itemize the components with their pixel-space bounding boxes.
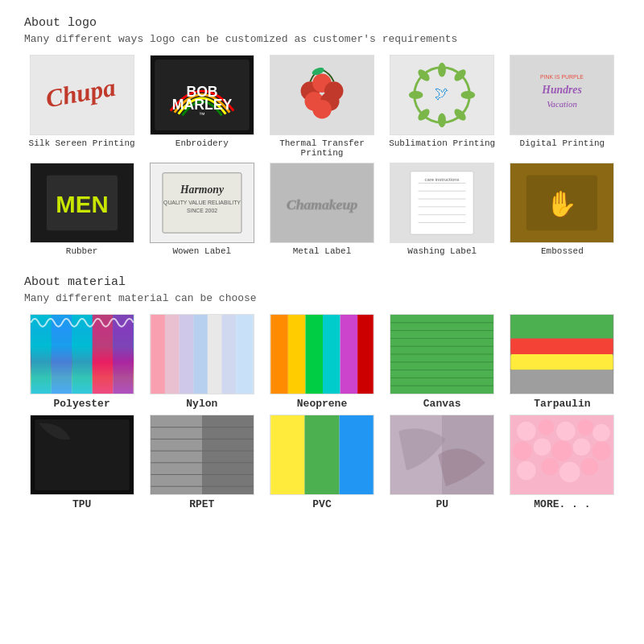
chupa-image: Chupa	[30, 55, 134, 135]
svg-rect-72	[357, 315, 374, 394]
canvas-label: Canvas	[423, 398, 461, 410]
rpet-image	[150, 415, 254, 495]
digital-label: Digital Printing	[520, 138, 605, 148]
tarpaulin-image	[510, 314, 614, 394]
svg-text:care instructions: care instructions	[425, 177, 460, 182]
digital-image: Hundres Vacation PINK IS PURPLE	[510, 55, 614, 135]
cherry-label: Thermal Transfer Printing	[264, 138, 379, 158]
svg-rect-64	[221, 315, 236, 394]
more-svg	[510, 415, 613, 494]
chupa-svg: Chupa	[31, 56, 134, 134]
svg-point-23	[409, 91, 423, 99]
svg-point-116	[518, 461, 537, 481]
pu-label: PU	[436, 498, 448, 510]
about-logo-subtitle: Many different ways logo can be customiz…	[24, 33, 620, 45]
washing-label: Washing Label	[407, 246, 477, 256]
chupa-label: Silk Sereen Printing	[29, 138, 135, 148]
woven-svg: Harmony QUALITY VALUE RELIABILITY SINCE …	[151, 163, 254, 242]
svg-text:QUALITY VALUE RELIABILITY: QUALITY VALUE RELIABILITY	[163, 200, 241, 206]
svg-point-112	[534, 438, 551, 456]
nylon-image	[150, 314, 254, 394]
tpu-image	[30, 415, 134, 495]
svg-point-108	[557, 422, 576, 441]
item-embossed: ✋ Embossed	[505, 163, 620, 256]
about-material-section: About material Many different material c…	[24, 275, 620, 510]
neoprene-image	[270, 314, 374, 394]
bobmarley-image: BOB MARLEY ™	[150, 55, 254, 135]
svg-text:MARLEY: MARLEY	[172, 97, 233, 113]
tarpaulin-svg	[510, 315, 613, 394]
digital-svg: Hundres Vacation PINK IS PURPLE	[510, 56, 613, 134]
material-row1: Polyester Nylon	[24, 314, 620, 410]
svg-text:PINK IS PURPLE: PINK IS PURPLE	[541, 74, 584, 80]
tpu-label: TPU	[72, 498, 91, 510]
svg-rect-63	[208, 315, 222, 394]
woven-label: Wowen Label	[172, 246, 231, 256]
svg-rect-56	[92, 315, 112, 394]
svg-point-113	[552, 440, 572, 460]
washing-image: care instructions	[390, 163, 494, 243]
svg-text:SINCE 2002: SINCE 2002	[187, 208, 217, 213]
item-washing: care instructions Washing Label	[385, 163, 500, 256]
metal-svg: Chamakeup	[270, 163, 374, 242]
svg-rect-61	[179, 315, 193, 394]
item-rpet: RPET	[144, 415, 259, 510]
svg-rect-59	[151, 315, 165, 394]
item-neoprene: Neoprene	[264, 314, 379, 410]
polyester-label: Polyester	[53, 398, 109, 410]
canvas-svg	[390, 315, 493, 394]
metal-image: Chamakeup	[270, 163, 374, 243]
svg-rect-62	[193, 315, 208, 394]
cherry-svg	[270, 56, 374, 134]
item-pu: PU	[385, 415, 500, 510]
metal-label: Metal Label	[293, 246, 352, 256]
svg-rect-68	[288, 315, 306, 394]
pu-svg	[390, 415, 493, 494]
polyester-image	[30, 314, 134, 394]
pvc-image	[270, 415, 374, 495]
svg-rect-84	[511, 315, 613, 338]
nylon-svg	[151, 315, 254, 394]
item-tarpaulin: Tarpaulin	[505, 314, 620, 410]
svg-rect-71	[341, 315, 358, 394]
svg-text:🕊: 🕊	[435, 85, 449, 101]
svg-rect-65	[236, 315, 254, 394]
canvas-image	[390, 314, 494, 394]
svg-rect-67	[270, 315, 288, 394]
sublim-svg: 🕊	[390, 56, 493, 134]
svg-rect-87	[511, 370, 613, 394]
svg-point-109	[578, 419, 594, 436]
rpet-svg	[151, 415, 254, 494]
svg-point-19	[461, 91, 476, 99]
svg-text:✋: ✋	[547, 188, 579, 219]
about-logo-section: About logo Many different ways logo can …	[24, 16, 620, 256]
svg-point-118	[559, 462, 580, 482]
svg-text:Vacation: Vacation	[547, 99, 578, 109]
washing-svg: care instructions	[390, 163, 493, 242]
svg-point-106	[518, 422, 537, 441]
embossed-image: ✋	[510, 163, 614, 243]
cherry-image	[270, 55, 374, 135]
pu-image	[390, 415, 494, 495]
sublim-label: Sublimation Printing	[389, 138, 495, 148]
sublim-image: 🕊	[390, 55, 494, 135]
tpu-svg	[31, 415, 134, 494]
nylon-label: Nylon	[186, 398, 217, 410]
svg-point-13	[312, 100, 332, 119]
svg-point-107	[539, 419, 555, 436]
svg-point-110	[593, 424, 611, 442]
svg-text:Harmony: Harmony	[180, 184, 225, 196]
rubber-svg: MEN	[31, 163, 134, 242]
rpet-label: RPET	[189, 498, 214, 510]
rubber-label: Rubber	[66, 246, 98, 256]
more-label: MORE. . .	[534, 498, 590, 510]
svg-rect-86	[511, 354, 613, 370]
svg-rect-85	[511, 338, 613, 354]
item-pvc: PVC	[264, 415, 379, 510]
pvc-label: PVC	[312, 498, 331, 510]
neoprene-svg	[270, 315, 374, 394]
svg-rect-102	[340, 415, 374, 494]
more-image	[510, 415, 614, 495]
svg-rect-69	[305, 315, 323, 394]
svg-rect-60	[165, 315, 180, 394]
